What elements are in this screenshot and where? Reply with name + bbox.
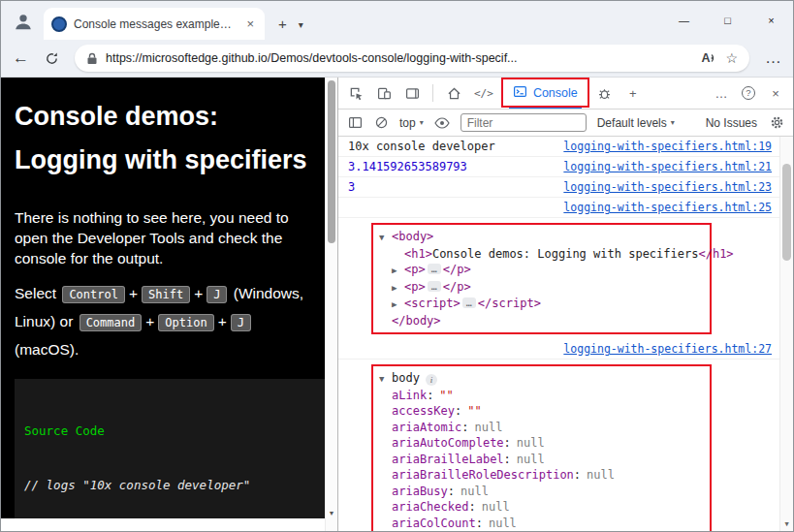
source-link[interactable]: logging-with-specifiers.html:25	[563, 201, 772, 214]
object-property-row[interactable]: ariaAutoComplete:null	[379, 435, 704, 452]
add-panel-icon[interactable]: +	[625, 85, 641, 101]
property-name: ariaChecked	[392, 500, 468, 514]
issues-counter[interactable]: No Issues	[706, 116, 757, 130]
live-expression-eye-icon[interactable]	[434, 115, 450, 131]
page-scrollbar-thumb[interactable]	[328, 80, 335, 243]
close-window-button[interactable]: ×	[749, 1, 793, 40]
minimize-button[interactable]: —	[662, 1, 706, 40]
object-property-row[interactable]: ariaBrailleLabel:null	[379, 452, 704, 468]
dom-tag: <script>	[404, 297, 461, 310]
browser-titlebar: Console messages examples: Log × + ▾ — □…	[1, 1, 793, 40]
browser-window: Console messages examples: Log × + ▾ — □…	[0, 0, 794, 532]
object-property-row[interactable]: accessKey:""	[379, 403, 704, 420]
page-scrollbar[interactable]: ▼	[325, 78, 337, 531]
more-tools-icon[interactable]: …	[714, 85, 729, 101]
read-aloud-button[interactable]: A	[701, 51, 717, 65]
favorite-star-icon[interactable]: ☆	[725, 50, 738, 66]
source-link[interactable]: logging-with-specifiers.html:27	[563, 342, 772, 356]
key-option: Option	[158, 314, 213, 331]
tree-expand-arrow-icon[interactable]: ▼	[379, 230, 392, 246]
info-icon[interactable]: i	[426, 374, 437, 386]
elements-code-icon[interactable]: </>	[474, 85, 493, 101]
settings-more-icon[interactable]: …	[765, 48, 781, 68]
url-text[interactable]: https://microsoftedge.github.io/Demos/de…	[106, 51, 693, 65]
tree-collapse-arrow-icon[interactable]: ▶	[392, 280, 404, 297]
source-link[interactable]: logging-with-specifiers.html:23	[563, 180, 772, 194]
back-button[interactable]: ←	[13, 48, 29, 68]
scroll-down-arrow-icon[interactable]: ▼	[780, 520, 793, 528]
object-property-row[interactable]: aLink:""	[379, 388, 704, 404]
address-bar[interactable]: https://microsoftedge.github.io/Demos/de…	[75, 45, 749, 72]
property-colon: :	[476, 516, 483, 530]
ellipsis-expander[interactable]: …	[462, 297, 476, 308]
browser-navbar: ← https://microsoftedge.github.io/Demos/…	[1, 40, 793, 78]
object-property-row[interactable]: ariaBusy:null	[379, 484, 704, 500]
console-output: 10x console developer logging-with-speci…	[338, 137, 793, 531]
dom-text: Console demos: Logging with specifiers	[432, 247, 699, 261]
new-tab-button[interactable]: +	[278, 16, 287, 32]
tab-list-chevron-icon[interactable]: ▾	[299, 19, 303, 30]
tab-close-icon[interactable]: ×	[243, 16, 257, 31]
inspect-icon[interactable]	[348, 85, 364, 101]
property-colon: :	[504, 436, 511, 450]
object-header-row[interactable]: ▼bodyi	[379, 370, 704, 388]
dom-tag: </script>	[478, 297, 541, 310]
log-levels-selector[interactable]: Default levels ▾	[597, 116, 675, 130]
property-value: null	[517, 436, 545, 450]
close-devtools-icon[interactable]: ×	[768, 85, 783, 101]
ellipsis-expander[interactable]: …	[428, 264, 441, 274]
issues-bug-icon[interactable]	[597, 85, 613, 101]
tree-collapse-arrow-icon[interactable]: ▶	[392, 297, 404, 313]
devtools-panel: </> Console + … ? ×	[337, 78, 793, 531]
page-bottom-strip	[1, 518, 325, 531]
clear-console-icon[interactable]	[373, 115, 389, 131]
property-value: null	[587, 468, 615, 482]
object-property-row[interactable]: ariaColCount:null	[379, 516, 704, 532]
refresh-button[interactable]	[45, 51, 59, 66]
content-area: Console demos: Logging with specifiers T…	[1, 78, 793, 531]
object-property-row[interactable]: ariaAtomic:null	[379, 420, 704, 436]
console-message-text: 3	[348, 180, 355, 194]
dock-side-icon[interactable]	[404, 85, 420, 101]
property-colon: :	[574, 468, 581, 482]
console-settings-gear-icon[interactable]	[769, 115, 784, 131]
context-selector[interactable]: top ▾	[399, 116, 424, 130]
dom-tree-row[interactable]: ▼<body>	[379, 229, 704, 246]
maximize-button[interactable]: □	[706, 1, 749, 40]
property-colon: :	[427, 389, 433, 402]
device-emulation-icon[interactable]	[376, 85, 392, 101]
tree-collapse-arrow-icon[interactable]: ▶	[392, 263, 404, 279]
filter-input[interactable]	[461, 113, 587, 132]
sound-waves-icon	[711, 52, 717, 64]
tab-console[interactable]: Console	[506, 78, 585, 109]
source-code-title: Source Code	[24, 422, 315, 441]
console-message-row: logging-with-specifiers.html:27	[338, 339, 779, 360]
tree-expand-arrow-icon[interactable]: ▼	[379, 371, 392, 388]
dom-tag: </p>	[443, 280, 471, 294]
dom-tag: <body>	[392, 230, 433, 243]
source-code-block: Source Code // logs "10x console develop…	[15, 379, 325, 518]
ellipsis-expander[interactable]: …	[428, 281, 441, 292]
dom-tree-row[interactable]: ▶<p>…</p>	[379, 262, 704, 279]
source-link[interactable]: logging-with-specifiers.html:21	[563, 160, 772, 173]
devtools-tab-bar: </> Console + … ? ×	[338, 78, 793, 110]
object-property-row[interactable]: ariaChecked:null	[379, 499, 704, 516]
source-link[interactable]: logging-with-specifiers.html:19	[563, 140, 772, 153]
dom-tree-annotation-box: ▼<body> <h1>Console demos: Logging with …	[371, 223, 712, 334]
console-message-row: 3.141592653589793 logging-with-specifier…	[338, 157, 779, 177]
dom-tree-row[interactable]: <h1>Console demos: Logging with specifie…	[379, 246, 704, 263]
lock-icon[interactable]	[86, 52, 98, 65]
browser-tab[interactable]: Console messages examples: Log ×	[44, 8, 265, 40]
profile-avatar[interactable]	[9, 5, 38, 38]
dom-tree-row[interactable]: </body>	[379, 313, 704, 329]
console-sidebar-icon[interactable]	[347, 115, 363, 131]
dom-tree-row[interactable]: ▶<script>…</script>	[379, 296, 704, 313]
dom-tree-row[interactable]: ▶<p>…</p>	[379, 279, 704, 297]
console-scrollbar-thumb[interactable]	[782, 164, 791, 261]
help-icon[interactable]: ?	[741, 85, 756, 101]
object-property-row[interactable]: ariaBrailleRoleDescription:null	[379, 467, 704, 484]
page-title: Console demos: Logging with specifiers	[15, 95, 311, 182]
console-scrollbar[interactable]: ▼	[779, 137, 793, 531]
scroll-down-arrow-icon[interactable]: ▼	[326, 510, 337, 516]
welcome-home-icon[interactable]	[446, 85, 461, 101]
